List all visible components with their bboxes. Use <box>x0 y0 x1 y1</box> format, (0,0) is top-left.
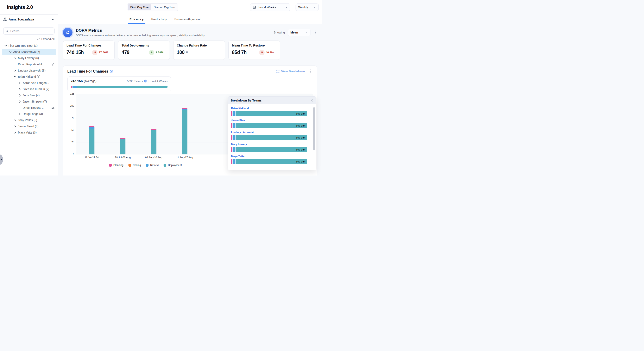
tree-chevron-icon[interactable] <box>18 94 21 97</box>
trend-percent: 27.56% <box>99 51 108 54</box>
tree-chevron-icon[interactable] <box>14 69 16 72</box>
tree-chevron-icon[interactable] <box>18 100 21 103</box>
team-name-link[interactable]: Maya Yette <box>231 155 312 158</box>
review-segment <box>232 147 236 152</box>
y-axis-tick-label: 100 <box>67 104 74 107</box>
metric-card-title: Lead Time For Changes <box>66 44 111 47</box>
tree-chevron-icon[interactable] <box>18 88 21 91</box>
tree-item-label: Lindsay Liszewski (8) <box>18 69 46 72</box>
team-phase-bar: 74d 15h <box>231 135 307 140</box>
tree-item[interactable]: Anna Scozzafava (7) <box>2 49 56 55</box>
tree-chevron-icon[interactable] <box>14 125 16 128</box>
tab-productivity[interactable]: Productivity <box>152 15 167 24</box>
app-title: Insights 2.0 <box>7 4 33 10</box>
tree-item-label: Direct Reports ... <box>23 106 44 109</box>
review-segment <box>89 127 94 129</box>
metric-card-value-row: 74d 15h 27.56% <box>66 50 111 55</box>
tree-chevron-icon[interactable] <box>9 51 12 53</box>
trend-badge: 40.8% <box>259 50 274 55</box>
tree-chevron-icon[interactable] <box>18 82 21 84</box>
tree-item[interactable]: Jason Stead (4) <box>2 123 56 129</box>
legend-item-coding[interactable]: Coding <box>128 164 141 167</box>
filter-sliders-icon[interactable] <box>52 106 54 109</box>
team-name-link[interactable]: Mary Lowery <box>231 143 312 146</box>
tab-efficiency[interactable]: Efficiency <box>130 15 144 24</box>
search-input[interactable] <box>10 29 52 33</box>
team-name-link[interactable]: Lindsay Liszewski <box>231 131 312 134</box>
tree-item[interactable]: Jason Simpson (7) <box>2 98 56 105</box>
tree-item[interactable]: Tony Pallas (5) <box>2 117 56 123</box>
tree-item[interactable]: Maya Yette (3) <box>2 129 56 136</box>
tree-chevron-icon[interactable] <box>14 75 16 78</box>
metric-card: Mean Time To Restore 85d 7h 40.8% <box>228 41 280 60</box>
dora-kebab-menu-icon[interactable] <box>313 30 317 35</box>
breakdown-by-teams-panel: Breakdown By Teams Brian Kirkland 74d 15… <box>228 96 316 170</box>
review-segment <box>232 135 236 140</box>
team-name-link[interactable]: Brian Kirkland <box>231 107 312 110</box>
tree-item-label: Jason Stead (4) <box>18 125 38 128</box>
trend-arrow-icon <box>92 50 98 55</box>
trend-badge: 3.68% <box>149 50 164 55</box>
stacked-bar-21-jul-27-jul[interactable] <box>89 126 94 154</box>
average-label: (Average) <box>84 79 96 83</box>
expand-all-button[interactable]: Expand All <box>3 38 54 41</box>
tree-chevron-icon[interactable] <box>14 57 16 60</box>
org-tab-first-org-tree[interactable]: First Org Tree <box>128 4 151 10</box>
tab-business-alignment[interactable]: Business Alignment <box>174 15 200 24</box>
tree-item[interactable]: Lindsay Liszewski (8) <box>2 67 56 74</box>
view-breakdown-button[interactable]: View Breakdown <box>276 70 305 73</box>
tree-chevron-icon[interactable] <box>14 119 16 122</box>
tree-item[interactable]: Doug Lange (3) <box>2 111 56 117</box>
team-name-link[interactable]: Jason Stead <box>231 119 312 122</box>
deployment-segment <box>182 110 187 154</box>
trend-percent: 40.8% <box>266 51 274 54</box>
lead-time-title: Lead Time For Changes <box>67 69 113 74</box>
stacked-bar-28-jul-03-aug[interactable] <box>120 138 126 154</box>
tree-item[interactable]: Judy Saw (4) <box>2 92 56 98</box>
scrollbar-thumb[interactable] <box>313 107 315 150</box>
tree-chevron-icon[interactable] <box>4 44 7 47</box>
x-axis-label: 04 Aug-10 Aug <box>145 156 162 159</box>
metric-card-value-row: 100 % <box>177 50 222 55</box>
legend-label: Planning <box>114 164 124 167</box>
tree-item[interactable]: Aaron Van Langen... <box>2 80 56 86</box>
tree-item[interactable]: Direct Reports ... <box>2 105 56 111</box>
stacked-bar-04-aug-10-aug[interactable] <box>151 129 156 154</box>
tree-item[interactable]: Brian Kirkland (6) <box>2 74 56 80</box>
tree-item-label: Maya Yette (3) <box>18 131 36 134</box>
lead-time-kebab-menu-icon[interactable] <box>309 69 313 74</box>
showing-select[interactable]: Mean <box>288 29 310 36</box>
sidebar-search[interactable] <box>3 28 54 35</box>
review-segment <box>232 123 236 128</box>
granularity-select[interactable]: Weekly <box>296 4 319 11</box>
legend-item-deployment[interactable]: Deployment <box>164 164 182 167</box>
stacked-bar-11-aug-17-aug[interactable] <box>182 108 187 154</box>
tree-item[interactable]: Sireesha Kunduri (7) <box>2 86 56 92</box>
metric-card-title: Mean Time To Restore <box>232 44 276 47</box>
info-icon[interactable] <box>110 70 113 73</box>
main-content: EfficiencyProductivityBusiness Alignment… <box>58 15 322 176</box>
close-icon[interactable] <box>310 99 313 102</box>
sidebar-header[interactable]: Anna Scozzafava <box>0 15 58 24</box>
info-icon[interactable] <box>144 80 147 83</box>
team-phase-bar: 74d 15h <box>231 147 307 152</box>
org-tab-second-org-tree[interactable]: Second Org Tree <box>152 4 178 10</box>
tree-chevron-icon[interactable] <box>18 112 21 115</box>
tree-chevron-icon[interactable] <box>14 131 16 134</box>
period-select[interactable]: Last 4 Weeks <box>250 4 290 11</box>
trend-arrow-icon <box>149 50 154 55</box>
legend-item-review[interactable]: Review <box>146 164 158 167</box>
tree-item[interactable]: Direct Reports of A... <box>2 61 56 67</box>
legend-item-planning[interactable]: Planning <box>109 164 124 167</box>
lead-time-card: Lead Time For Changes View Breakdown <box>63 66 317 176</box>
review-segment <box>232 111 236 116</box>
tree-item[interactable]: Mary Lowery (6) <box>2 55 56 61</box>
tree-item[interactable]: First Org Tree Root (1) <box>2 43 56 49</box>
sidebar-collapse-handle[interactable] <box>0 154 3 165</box>
filter-sliders-icon[interactable] <box>52 63 54 66</box>
breakdown-panel-title: Breakdown By Teams <box>231 99 262 102</box>
view-breakdown-label: View Breakdown <box>281 70 305 73</box>
metric-card-value: 74d 15h <box>66 50 84 55</box>
chevron-up-icon[interactable] <box>52 18 54 21</box>
legend-swatch <box>146 164 148 167</box>
